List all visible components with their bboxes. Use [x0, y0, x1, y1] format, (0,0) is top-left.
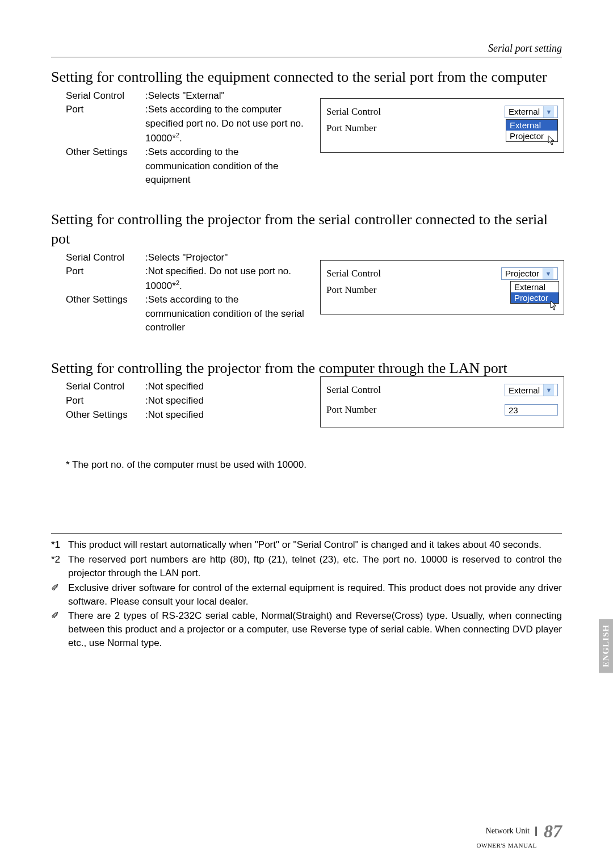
s2-shot-label1: Serial Control [326, 268, 381, 279]
note-line: * The port no. of the computer must be u… [66, 459, 562, 471]
fn2-marker: *2 [51, 553, 68, 580]
s3-shot-label1: Serial Control [326, 384, 381, 396]
fn4-body: There are 2 types of RS-232C serial cabl… [68, 609, 562, 649]
s1-term2: Port [66, 103, 145, 117]
language-tab: ENGLISH [599, 619, 613, 673]
fn3-body: Exclusive driver software for control of… [68, 581, 562, 609]
fn3-marker: ✐ [51, 581, 68, 609]
s1-shot-label2: Port Number [326, 123, 376, 134]
chevron-down-icon: ▼ [543, 384, 554, 396]
s1-term3: Other Settings [66, 145, 145, 160]
fn4-marker: ✐ [51, 609, 68, 649]
s2-desc1: :Selects "Projector" [145, 251, 228, 265]
s1-desc1: :Selects "External" [145, 89, 225, 103]
section3-title: Setting for controlling the projector fr… [51, 359, 562, 378]
s2-shot-label2: Port Number [326, 284, 376, 296]
s2-desc2: :Not specified. Do not use port no. 1000… [145, 265, 304, 293]
s1-term1: Serial Control [66, 89, 145, 103]
s3-port-number-input[interactable]: 23 [505, 404, 558, 416]
s3-term3: Other Settings [66, 408, 145, 422]
s3-shot-label2: Port Number [326, 404, 376, 416]
fn2-body: The reserved port numbers are http (80),… [68, 553, 562, 580]
s3-term2: Port [66, 394, 145, 408]
s3-desc2: :Not specified [145, 394, 204, 408]
fn1-marker: *1 [51, 538, 68, 552]
s2-term3: Other Settings [66, 293, 145, 307]
s1-screenshot: Serial Control External ▼ Port Number Ex… [320, 98, 564, 153]
s2-screenshot: Serial Control Projector ▼ Port Number E… [320, 260, 564, 315]
chevron-down-icon: ▼ [543, 268, 553, 279]
s2-serial-control-dropdown[interactable]: Projector ▼ [501, 267, 558, 280]
s3-desc1: :Not specified [145, 380, 204, 394]
s1-serial-control-dropdown[interactable]: External ▼ [505, 106, 558, 118]
section1-title: Setting for controlling the equipment co… [51, 68, 562, 87]
footnotes: *1 This product will restart automatical… [51, 533, 562, 649]
s1-shot-label1: Serial Control [326, 106, 381, 118]
cursor-icon [548, 135, 556, 145]
cursor-icon [550, 300, 558, 311]
page-number: 87 [544, 821, 562, 842]
s2-term2: Port [66, 265, 145, 279]
s2-desc3: :Sets according to the communication con… [145, 293, 304, 335]
s2-term1: Serial Control [66, 251, 145, 265]
s3-serial-control-dropdown[interactable]: External ▼ [505, 384, 558, 396]
s3-screenshot: Serial Control External ▼ Port Number 23 [320, 376, 564, 427]
section2-title: Setting for controlling the projector fr… [51, 210, 562, 249]
s2-option-external[interactable]: External [511, 282, 559, 292]
footer-title: Network Unit [486, 827, 537, 836]
s3-term1: Serial Control [66, 380, 145, 394]
footer-subtitle: OWNER'S MANUAL [477, 842, 537, 849]
s1-desc2: :Sets according to the computer specifie… [145, 103, 304, 145]
page-header: Serial port setting [51, 43, 562, 57]
chevron-down-icon: ▼ [543, 106, 554, 118]
fn1-body: This product will restart automatically … [68, 538, 562, 552]
s1-option-external[interactable]: External [506, 120, 557, 131]
page-footer: Network Unit 87 OWNER'S MANUAL [477, 821, 562, 849]
s3-desc3: :Not specified [145, 408, 204, 422]
s1-desc3: :Sets according to the communication con… [145, 145, 304, 187]
